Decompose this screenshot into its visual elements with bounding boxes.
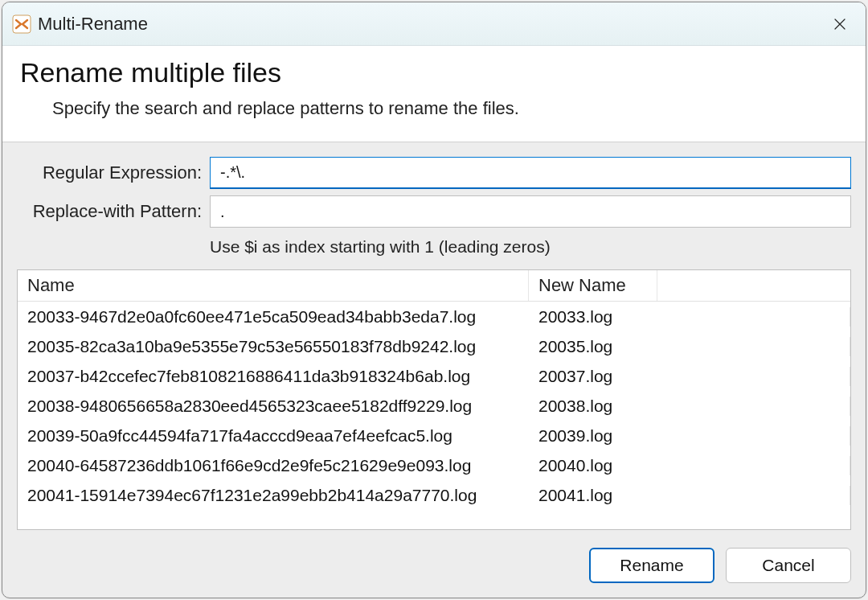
- replace-label: Replace-with Pattern:: [17, 201, 202, 222]
- cell-name: 20035-82ca3a10ba9e5355e79c53e56550183f78…: [18, 337, 529, 356]
- cell-newname: 20040.log: [529, 456, 850, 475]
- cell-newname: 20041.log: [529, 486, 850, 505]
- replace-input[interactable]: [210, 195, 851, 228]
- cell-name: 20040-64587236ddb1061f66e9cd2e9fe5c21629…: [18, 456, 529, 475]
- cell-name: 20041-15914e7394ec67f1231e2a99ebb2b414a2…: [18, 486, 529, 505]
- close-icon: [833, 17, 847, 31]
- rename-button[interactable]: Rename: [589, 548, 714, 583]
- header-area: Rename multiple files Specify the search…: [2, 46, 866, 142]
- app-icon: [10, 13, 33, 35]
- preview-table: Name New Name 20033-9467d2e0a0fc60ee471e…: [17, 269, 851, 530]
- cell-newname: 20037.log: [529, 367, 850, 386]
- column-name-header[interactable]: Name: [18, 270, 529, 301]
- table-row[interactable]: 20039-50a9fcc44594fa717fa4acccd9eaa7ef4e…: [18, 421, 850, 450]
- page-subtitle: Specify the search and replace patterns …: [52, 98, 848, 119]
- table-header: Name New Name: [18, 270, 850, 302]
- cell-name: 20037-b42ccefec7feb8108216886411da3b9183…: [18, 367, 529, 386]
- page-title: Rename multiple files: [20, 57, 848, 88]
- column-pad: [657, 270, 850, 301]
- column-newname-header[interactable]: New Name: [529, 270, 657, 301]
- window-title: Multi-Rename: [38, 14, 827, 35]
- cell-newname: 20033.log: [529, 307, 850, 327]
- hint-row: Use $i as index starting with 1 (leading…: [17, 237, 851, 257]
- regex-input[interactable]: [210, 157, 851, 189]
- cell-newname: 20035.log: [529, 337, 850, 356]
- table-row[interactable]: 20040-64587236ddb1061f66e9cd2e9fe5c21629…: [18, 450, 850, 480]
- replace-row: Replace-with Pattern:: [17, 195, 851, 228]
- cell-newname: 20039.log: [529, 426, 850, 446]
- table-row[interactable]: 20037-b42ccefec7feb8108216886411da3b9183…: [18, 361, 850, 391]
- hint-text: Use $i as index starting with 1 (leading…: [210, 237, 551, 257]
- cell-name: 20039-50a9fcc44594fa717fa4acccd9eaa7ef4e…: [18, 426, 529, 446]
- body: Regular Expression: Replace-with Pattern…: [2, 142, 866, 598]
- cancel-button[interactable]: Cancel: [726, 548, 851, 583]
- regex-label: Regular Expression:: [17, 162, 202, 183]
- titlebar: Multi-Rename: [2, 2, 866, 46]
- cell-name: 20038-9480656658a2830eed4565323caee5182d…: [18, 397, 529, 416]
- table-row[interactable]: 20035-82ca3a10ba9e5355e79c53e56550183f78…: [18, 331, 850, 361]
- dialog-window: Multi-Rename Rename multiple files Speci…: [2, 2, 866, 598]
- footer: Rename Cancel: [17, 536, 851, 583]
- table-row[interactable]: 20033-9467d2e0a0fc60ee471e5ca509ead34bab…: [18, 302, 850, 331]
- regex-row: Regular Expression:: [17, 157, 851, 189]
- cell-newname: 20038.log: [529, 397, 850, 416]
- table-row[interactable]: 20041-15914e7394ec67f1231e2a99ebb2b414a2…: [18, 480, 850, 510]
- table-row[interactable]: 20038-9480656658a2830eed4565323caee5182d…: [18, 391, 850, 421]
- cell-name: 20033-9467d2e0a0fc60ee471e5ca509ead34bab…: [18, 307, 529, 327]
- close-button[interactable]: [827, 11, 853, 37]
- table-body: 20033-9467d2e0a0fc60ee471e5ca509ead34bab…: [18, 302, 850, 529]
